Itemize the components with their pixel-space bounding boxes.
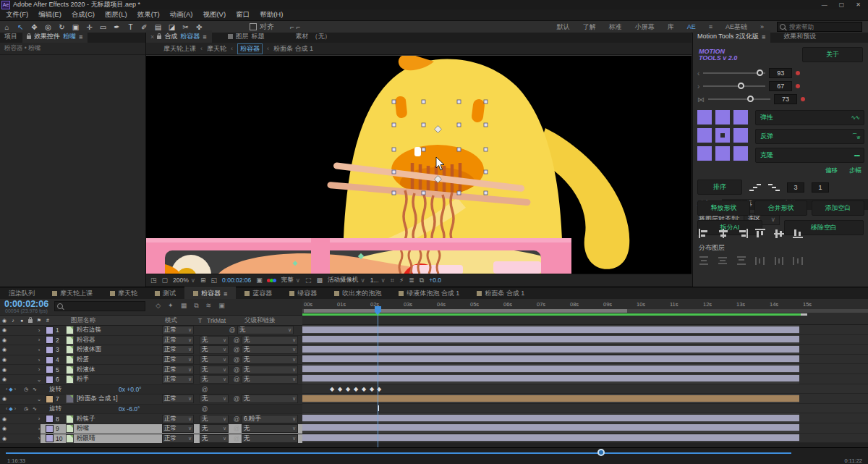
- parent-dropdown[interactable]: 6.粉手∨: [242, 415, 298, 423]
- work-area-bar[interactable]: [302, 309, 868, 313]
- trkmat-dropdown[interactable]: 无∨: [200, 424, 229, 433]
- navigator-track[interactable]: [6, 452, 791, 454]
- home-icon[interactable]: ⌂: [0, 23, 14, 31]
- trkmat-dropdown[interactable]: 无∨: [200, 345, 229, 354]
- align-checkbox[interactable]: [250, 23, 257, 30]
- visibility-toggle[interactable]: ◉: [0, 347, 9, 353]
- stairs-up-icon[interactable]: [749, 184, 761, 191]
- parent-dropdown[interactable]: 无∨: [242, 355, 298, 364]
- tab-effects-presets[interactable]: 效果和预设: [779, 30, 821, 43]
- pickwhip-icon[interactable]: @: [227, 326, 237, 334]
- pickwhip-icon[interactable]: @: [231, 366, 242, 374]
- step-value[interactable]: 1: [812, 182, 829, 193]
- visibility-toggle[interactable]: ◉: [0, 416, 9, 422]
- col-parent[interactable]: 父级和链接: [244, 316, 276, 325]
- shape-tool-icon[interactable]: ▭: [96, 23, 110, 31]
- elastic-button[interactable]: 弹性∿∿: [755, 110, 864, 125]
- breadcrumb-item[interactable]: 粉面条 合成 1: [273, 44, 313, 54]
- parent-dropdown[interactable]: 无∨: [242, 434, 298, 443]
- twirl-icon[interactable]: ›: [35, 347, 43, 353]
- ease-in-apply-dot[interactable]: [796, 71, 800, 75]
- menu-file[interactable]: 文件(F): [6, 10, 28, 20]
- col-layer-name[interactable]: 图层名称: [71, 316, 165, 325]
- breadcrumb-item[interactable]: 摩天轮: [207, 44, 226, 54]
- blend-mode-dropdown[interactable]: 正常∨: [162, 375, 194, 384]
- layer-row-selected[interactable]: ◉ › 9 粉嘴 正常∨ 无∨ @ 无∨: [0, 424, 302, 434]
- layer-name[interactable]: 粉液体: [77, 366, 162, 374]
- pickwhip-icon[interactable]: @: [200, 405, 210, 413]
- composition-mini-flowchart-icon[interactable]: ◇: [156, 302, 161, 310]
- visibility-toggle[interactable]: ◉: [0, 367, 9, 373]
- roi-icon[interactable]: ⬚: [305, 277, 312, 284]
- keyframe-icon[interactable]: ◆: [370, 386, 374, 392]
- twirl-icon[interactable]: ›: [35, 357, 43, 363]
- zoom-dropdown[interactable]: 200%∨: [173, 277, 195, 284]
- twirl-icon[interactable]: ›: [35, 426, 43, 432]
- layer-row[interactable]: ◉ › 4 粉蛋 正常∨ 无∨ @ 无∨: [0, 355, 302, 366]
- about-button[interactable]: 关于: [802, 47, 863, 62]
- menu-animation[interactable]: 动画(A): [170, 10, 193, 20]
- ease-out-apply-dot[interactable]: [796, 84, 800, 88]
- distribute-bottom-button[interactable]: [736, 256, 748, 266]
- hand-tool-icon[interactable]: ✥: [27, 23, 41, 31]
- layer-row[interactable]: ◉ › 2 粉容器 正常∨ 无∨ @ 无∨: [0, 336, 302, 346]
- blend-mode-dropdown[interactable]: 正常∨: [162, 355, 194, 364]
- grid-icon[interactable]: ⊞: [200, 277, 206, 284]
- layer-name[interactable]: 粉嘴: [77, 424, 162, 433]
- merge-shapes-button[interactable]: 合并形状: [754, 201, 807, 216]
- stairs-down-icon[interactable]: [768, 184, 780, 191]
- twirl-icon[interactable]: ›: [35, 435, 43, 442]
- blend-mode-dropdown[interactable]: 正常∨: [162, 326, 194, 334]
- roto-brush-tool-icon[interactable]: ✂: [179, 23, 192, 31]
- magnification-icon[interactable]: ▢: [162, 277, 169, 284]
- workspace-libraries[interactable]: 库: [668, 22, 674, 32]
- pickwhip-icon[interactable]: @: [231, 416, 242, 423]
- add-space-button[interactable]: 添加空白: [812, 201, 864, 216]
- parent-dropdown[interactable]: 无∨: [242, 345, 298, 354]
- layer-row[interactable]: ◉ › 3 粉液体面 正常∨ 无∨ @ 无∨: [0, 345, 302, 355]
- resolution-dropdown[interactable]: 完整∨: [281, 276, 300, 284]
- layer-bar-row[interactable]: [302, 335, 868, 345]
- layer-row[interactable]: ◉ ⌄ 7 [粉面条 合成 1] 正常∨ 无∨ @ 无∨: [0, 395, 302, 405]
- layer-name[interactable]: 粉液体面: [77, 345, 162, 354]
- workspace-menu-icon[interactable]: ≡: [709, 23, 712, 30]
- col-trkmat[interactable]: TrkMat: [207, 317, 244, 324]
- parent-dropdown[interactable]: 无∨: [242, 424, 298, 433]
- pixel-aspect-icon[interactable]: ⌗: [391, 277, 394, 284]
- transparency-icon[interactable]: ▩: [317, 277, 323, 284]
- menu-layer[interactable]: 图层(L): [105, 10, 127, 20]
- timeline-search-input[interactable]: [65, 303, 140, 311]
- visibility-toggle[interactable]: ◉: [0, 396, 9, 402]
- viewer-timecode[interactable]: 0:00:02:06: [222, 277, 251, 284]
- align-right-button[interactable]: [736, 229, 748, 238]
- selection-tool-icon[interactable]: ↖: [14, 23, 27, 31]
- snapshot-icon[interactable]: ▣: [256, 277, 263, 284]
- blend-mode-dropdown[interactable]: 正常∨: [162, 345, 194, 354]
- breadcrumb-item-current[interactable]: 粉容器: [237, 43, 263, 54]
- col-t[interactable]: T: [198, 317, 207, 324]
- pickwhip-icon[interactable]: @: [231, 376, 242, 383]
- layer-bar-row[interactable]: [302, 345, 868, 355]
- layer-bar-row[interactable]: [302, 364, 868, 374]
- snap-icons[interactable]: ⌐ ⌐: [290, 23, 300, 31]
- flowchart-icon[interactable]: ⧉: [420, 277, 424, 284]
- timeline-search[interactable]: [54, 301, 145, 311]
- menu-effect[interactable]: 效果(T): [137, 10, 160, 20]
- workspace-ae[interactable]: AE: [687, 23, 696, 30]
- property-value[interactable]: 0x +0.0°: [119, 386, 162, 393]
- parent-dropdown[interactable]: 无∨: [242, 336, 298, 345]
- ease-both-apply-dot[interactable]: [801, 97, 805, 101]
- blend-mode-dropdown[interactable]: 正常∨: [162, 434, 194, 443]
- composition-viewport[interactable]: [146, 55, 692, 274]
- tab-layer[interactable]: 图层 标题: [224, 30, 270, 43]
- menu-window[interactable]: 窗口: [236, 10, 250, 20]
- menu-edit[interactable]: 编辑(E): [38, 10, 61, 20]
- ease-out-value[interactable]: 67: [769, 81, 792, 91]
- layer-name[interactable]: [粉面条 合成 1]: [77, 395, 162, 403]
- blend-mode-dropdown[interactable]: 正常∨: [162, 366, 194, 374]
- label-color-chip[interactable]: [46, 346, 54, 354]
- keyframe-icon[interactable]: ◆: [346, 386, 350, 392]
- playhead-handle[interactable]: [375, 306, 381, 312]
- pan-behind-tool-icon[interactable]: ✛: [82, 23, 96, 31]
- maximize-button[interactable]: ▢: [839, 1, 845, 8]
